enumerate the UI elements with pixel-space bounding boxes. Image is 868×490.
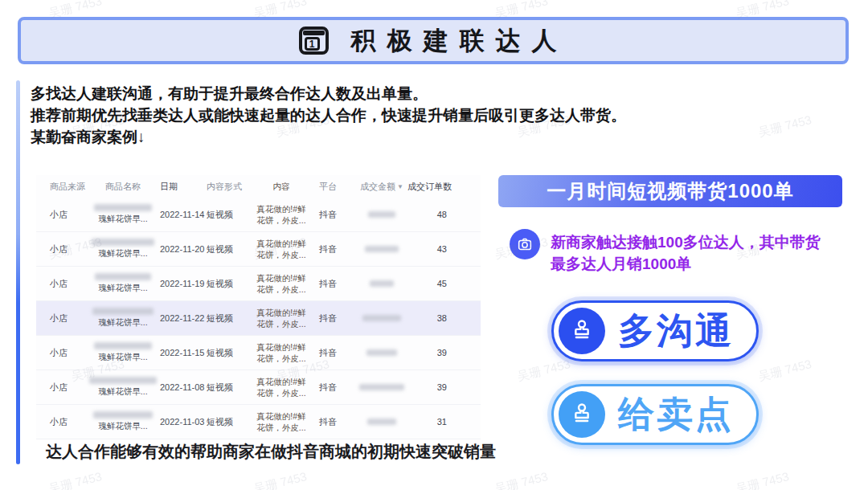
col-header-product: 商品名称 (88, 181, 158, 193)
cell-source: 小店 (36, 209, 88, 221)
cell-format: 短视频 (207, 416, 244, 428)
table-body: 小店 瑰鲜花饼早... 2022-11-14 短视频 真花做的!#鲜 花饼，外皮… (36, 198, 481, 439)
cell-content: 真花做的!#鲜 花饼，外皮... (244, 410, 319, 433)
redacted-amount (370, 280, 394, 287)
cell-date: 2022-11-19 (158, 279, 207, 288)
cell-amount (356, 419, 407, 425)
cell-product: 瑰鲜花饼早... (88, 377, 158, 398)
cell-date: 2022-11-20 (158, 244, 207, 254)
cell-content-line1: 真花做的!#鲜 (256, 410, 305, 422)
cell-date: 2022-11-08 (158, 382, 207, 392)
redacted-product-name (95, 273, 151, 280)
cell-orders: 39 (407, 348, 481, 357)
col-header-content: 内容 (244, 181, 319, 192)
cell-content-line2: 花饼，外皮... (256, 284, 305, 295)
cell-amount (356, 315, 407, 321)
icon-top-bar (303, 31, 325, 35)
cell-content: 真花做的!#鲜 花饼，外皮... (244, 272, 319, 295)
cell-format: 短视频 (207, 243, 244, 255)
tip-button-communicate[interactable]: 多沟通 (551, 300, 759, 361)
watermark-text: 吴珊 7453 (735, 469, 791, 490)
cell-content-line1: 真花做的!#鲜 (256, 203, 305, 214)
cell-platform: 抖音 (319, 278, 356, 290)
cell-product-label: 瑰鲜花饼早... (98, 421, 147, 432)
watermark-text: 吴珊 7453 (252, 469, 309, 490)
tip-button-label: 给卖点 (618, 390, 734, 439)
tip-button-label: 多沟通 (618, 307, 734, 355)
cell-source: 小店 (36, 416, 88, 428)
cell-content-line1: 真花做的!#鲜 (256, 341, 305, 353)
cell-product-label: 瑰鲜花饼早... (98, 214, 147, 225)
cell-content: 真花做的!#鲜 花饼，外皮... (244, 376, 319, 398)
cell-content-line1: 真花做的!#鲜 (256, 272, 305, 284)
cell-source: 小店 (36, 382, 88, 394)
cell-content: 真花做的!#鲜 花饼，外皮... (244, 341, 319, 364)
cell-amount (356, 384, 407, 390)
redacted-product-name (89, 377, 157, 384)
redacted-amount (365, 246, 399, 252)
cell-source: 小店 (36, 278, 88, 290)
cell-content-line2: 花饼，外皮... (256, 422, 305, 433)
redacted-product-name (92, 308, 154, 315)
intro-line-3: 某勤奋商家案例↓ (31, 126, 834, 148)
cell-orders: 38 (407, 313, 481, 323)
cell-amount (356, 349, 407, 356)
redacted-amount (366, 349, 397, 356)
watermark-text: 吴珊 7453 (516, 357, 572, 385)
cell-date: 2022-11-22 (158, 313, 207, 323)
redacted-product-name (94, 342, 152, 349)
icon-number: 1 (305, 37, 320, 51)
cell-content-line1: 真花做的!#鲜 (256, 307, 305, 318)
table-row: 小店 瑰鲜花饼早... 2022-11-03 短视频 真花做的!#鲜 花饼，外皮… (36, 405, 481, 439)
highlight-note: 新商家触达接触100多位达人，其中带货 最多达人月销1000单 (551, 231, 848, 275)
slide-canvas: 1 积极建联达人 多找达人建联沟通，有助于提升最终合作达人数及出单量。 推荐前期… (0, 0, 868, 490)
cell-date: 2022-11-14 (158, 210, 207, 219)
cell-product: 瑰鲜花饼早... (88, 273, 158, 294)
cell-format: 短视频 (207, 312, 244, 325)
title-banner: 1 积极建联达人 (18, 17, 849, 64)
result-banner: 一月时间短视频带货1000单 (498, 175, 842, 207)
footer-note: 达人合作能够有效的帮助商家在做抖音商城的初期快速突破销量 (46, 441, 496, 463)
cell-amount (356, 280, 407, 287)
cell-product-label: 瑰鲜花饼早... (98, 386, 147, 398)
redacted-product-name (92, 239, 154, 246)
col-header-amount[interactable]: 成交金额 ▼ (356, 181, 407, 193)
table-row: 小店 瑰鲜花饼早... 2022-11-19 短视频 真花做的!#鲜 花饼，外皮… (36, 267, 481, 301)
table-row: 小店 瑰鲜花饼早... 2022-11-15 短视频 真花做的!#鲜 花饼，外皮… (36, 336, 481, 370)
cell-content-line2: 花饼，外皮... (256, 353, 305, 364)
cell-content: 真花做的!#鲜 花饼，外皮... (244, 238, 319, 260)
watermark-text: 吴珊 7453 (47, 469, 104, 490)
col-header-orders: 成交订单数 (407, 181, 485, 193)
redacted-amount (359, 384, 404, 390)
cell-source: 小店 (36, 243, 88, 255)
cell-format: 短视频 (207, 382, 244, 394)
cell-platform: 抖音 (319, 209, 356, 221)
redacted-product-name (93, 411, 153, 419)
cell-source: 小店 (36, 347, 88, 359)
sort-desc-icon: ▼ (397, 183, 403, 190)
cell-content-line1: 真花做的!#鲜 (256, 376, 305, 387)
cell-product-label: 瑰鲜花饼早... (98, 317, 147, 329)
cell-content-line2: 花饼，外皮... (256, 249, 305, 260)
note-line-1: 新商家触达接触100多位达人，其中带货 (551, 231, 848, 253)
col-header-amount-label: 成交金额 (360, 181, 395, 193)
intro-line-1: 多找达人建联沟通，有助于提升最终合作达人数及出单量。 (31, 83, 834, 104)
cell-orders: 43 (407, 244, 481, 254)
cell-date: 2022-11-03 (158, 417, 207, 427)
stamp-icon (559, 391, 605, 438)
cell-content: 真花做的!#鲜 花饼，外皮... (244, 203, 319, 226)
table-row: 小店 瑰鲜花饼早... 2022-11-22 短视频 真花做的!#鲜 花饼，外皮… (36, 301, 481, 336)
camera-icon (510, 229, 540, 259)
col-header-source: 商品来源 (36, 181, 88, 193)
cell-format: 短视频 (207, 278, 244, 290)
cell-product-label: 瑰鲜花饼早... (98, 248, 147, 259)
cell-platform: 抖音 (319, 382, 356, 394)
col-header-format: 内容形式 (207, 181, 244, 193)
table-row: 小店 瑰鲜花饼早... 2022-11-08 短视频 真花做的!#鲜 花饼，外皮… (36, 370, 481, 405)
cell-content: 真花做的!#鲜 花饼，外皮... (244, 307, 319, 329)
tip-button-sellingpoint[interactable]: 给卖点 (551, 384, 759, 445)
cell-amount (356, 246, 407, 252)
left-accent-line (16, 80, 20, 464)
redacted-product-name (94, 204, 152, 211)
cell-orders: 31 (407, 417, 481, 427)
